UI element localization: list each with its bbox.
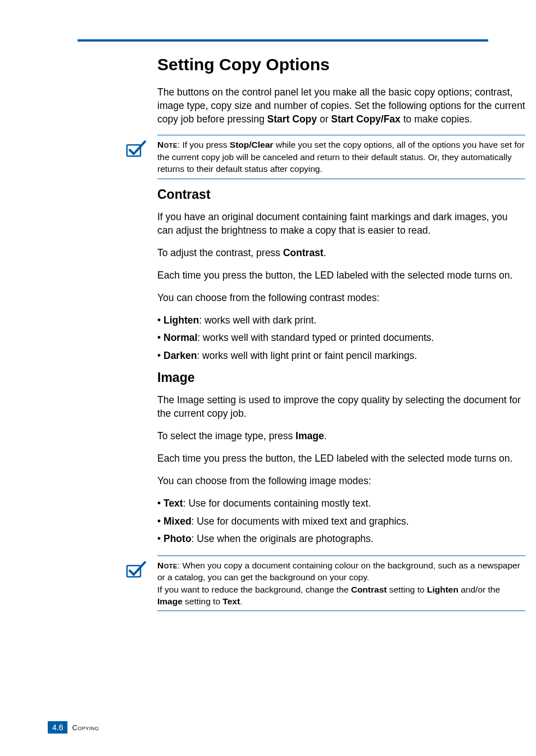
note-label: Note <box>157 140 178 149</box>
list-item: Lighten: works well with dark print. <box>157 313 525 327</box>
note-block-1: Note: If you press Stop/Clear while you … <box>157 135 525 179</box>
image-p2c: . <box>324 430 327 441</box>
page-number-badge: 4.6 <box>48 721 67 734</box>
list-item: Normal: works well with standard typed o… <box>157 331 525 344</box>
note2-a: : When you copy a document containing co… <box>157 561 520 582</box>
footer-section-label: Copying <box>72 723 99 732</box>
bullet-text: : Use for documents containing mostly te… <box>183 498 371 509</box>
bullet-bold: Mixed <box>163 516 192 527</box>
bullet-text: : works well with standard typed or prin… <box>197 332 434 343</box>
note2-b9: . <box>240 596 242 606</box>
image-bullets: Text: Use for documents containing mostl… <box>157 497 525 545</box>
image-heading: Image <box>157 370 525 385</box>
bullet-bold: Darken <box>163 350 197 361</box>
note2-b3: setting to <box>387 585 427 594</box>
image-p4: You can choose from the following image … <box>157 474 525 488</box>
note2-b2: Contrast <box>351 585 387 594</box>
page-footer: 4.6 Copying <box>48 721 99 734</box>
list-item: Photo: Use when the originals are photog… <box>157 532 525 545</box>
list-item: Mixed: Use for documents with mixed text… <box>157 514 525 528</box>
intro-paragraph: The buttons on the control panel let you… <box>157 85 525 126</box>
image-p2a: To select the image type, press <box>157 430 296 441</box>
contrast-p2: To adjust the contrast, press Contrast. <box>157 246 525 259</box>
page-title: Setting Copy Options <box>157 55 525 74</box>
contrast-heading: Contrast <box>157 187 525 202</box>
list-item: Text: Use for documents containing mostl… <box>157 497 525 510</box>
note2-b4: Lighten <box>427 585 458 594</box>
page-number: 4.6 <box>52 723 63 732</box>
checkmark-icon <box>125 137 147 160</box>
checkmark-icon <box>125 558 147 580</box>
image-p2b: Image <box>296 430 324 441</box>
bullet-text: : works well with light print or faint p… <box>197 350 417 361</box>
note1-b: Stop/Clear <box>230 140 274 149</box>
intro-bold-2: Start Copy/Fax <box>331 113 401 125</box>
top-rule <box>78 39 488 42</box>
bullet-text: : Use for documents with mixed text and … <box>192 516 409 527</box>
note1-a: : If you press <box>178 140 230 149</box>
note2-b5: and/or the <box>458 585 500 594</box>
note2-b8: Text <box>222 596 240 606</box>
note-block-2: Note: When you copy a document containin… <box>157 555 525 612</box>
note2-b6: Image <box>157 596 183 606</box>
contrast-p3: Each time you press the button, the LED … <box>157 268 525 282</box>
intro-mid: or <box>317 113 331 125</box>
contrast-p2b: Contrast <box>283 247 324 258</box>
list-item: Darken: works well with light print or f… <box>157 349 525 362</box>
note2-b1: If you want to reduce the background, ch… <box>157 585 351 594</box>
intro-end: to make copies. <box>401 113 472 125</box>
contrast-p4: You can choose from the following contra… <box>157 291 525 304</box>
note-label: Note <box>157 561 178 570</box>
bullet-text: : works well with dark print. <box>199 315 316 326</box>
image-p2: To select the image type, press Image. <box>157 429 525 443</box>
contrast-p2a: To adjust the contrast, press <box>157 247 283 258</box>
bullet-bold: Lighten <box>163 315 199 326</box>
image-p3: Each time you press the button, the LED … <box>157 452 525 465</box>
contrast-p2c: . <box>324 247 326 258</box>
bullet-bold: Normal <box>163 332 197 343</box>
bullet-bold: Photo <box>163 533 192 544</box>
intro-bold-1: Start Copy <box>267 113 317 125</box>
bullet-text: : Use when the originals are photographs… <box>192 533 374 544</box>
image-p1: The Image setting is used to improve the… <box>157 393 525 420</box>
contrast-bullets: Lighten: works well with dark print. Nor… <box>157 313 525 362</box>
bullet-bold: Text <box>163 498 183 509</box>
contrast-p1: If you have an original document contain… <box>157 210 525 237</box>
note2-b7: setting to <box>183 596 223 606</box>
